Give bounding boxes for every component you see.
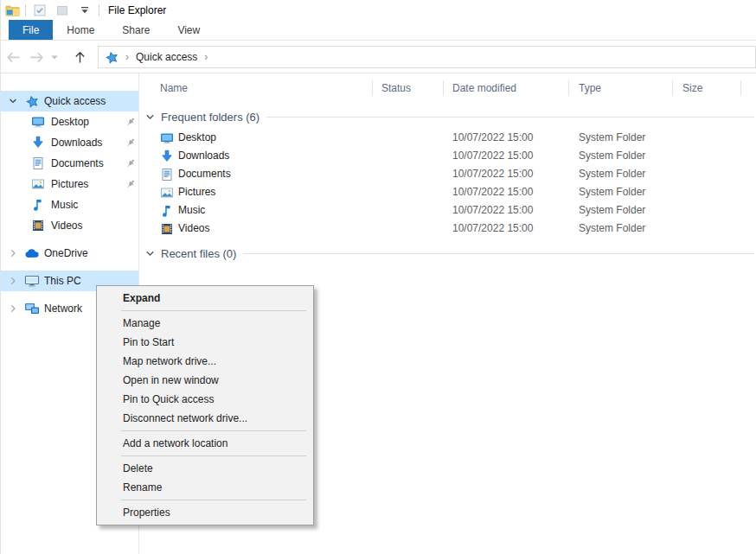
menu-separator xyxy=(121,455,306,456)
sidebar-item-label: Documents xyxy=(51,157,104,169)
menu-item-rename[interactable]: Rename xyxy=(97,478,313,497)
file-name: Music xyxy=(178,201,205,220)
breadcrumb-item[interactable]: Quick access xyxy=(136,51,197,63)
sidebar-item-label: Quick access xyxy=(44,95,106,107)
this-pc-icon xyxy=(24,274,40,288)
file-type: System Folder xyxy=(569,129,673,147)
column-header-name[interactable]: Name xyxy=(140,80,373,96)
tab-file[interactable]: File xyxy=(9,20,53,40)
group-collapse-chevron-icon[interactable] xyxy=(145,249,155,258)
sidebar-item-pictures[interactable]: Pictures xyxy=(1,174,138,194)
tab-view[interactable]: View xyxy=(163,20,214,40)
column-headers: NameStatusDate modifiedTypeSize xyxy=(140,75,756,101)
file-date-modified: 10/07/2022 15:00 xyxy=(444,183,569,201)
file-row-videos[interactable]: Videos10/07/2022 15:00System Folder xyxy=(140,220,756,238)
tab-share[interactable]: Share xyxy=(108,20,163,40)
videos-icon xyxy=(160,222,174,236)
chevron-right-icon[interactable] xyxy=(8,277,18,285)
onedrive-icon xyxy=(24,248,40,258)
file-row-music[interactable]: Music10/07/2022 15:00System Folder xyxy=(140,201,756,220)
pictures-icon xyxy=(30,177,46,191)
recent-locations-dropdown-icon[interactable] xyxy=(48,55,61,60)
file-type: System Folder xyxy=(569,165,673,183)
context-menu: ExpandManagePin to StartMap network driv… xyxy=(96,285,314,525)
address-bar[interactable]: › Quick access › xyxy=(98,46,756,68)
back-button[interactable] xyxy=(1,52,25,63)
menu-item-delete[interactable]: Delete xyxy=(97,459,313,478)
file-status xyxy=(373,183,444,201)
sidebar-item-label: Pictures xyxy=(51,178,88,190)
desktop-icon xyxy=(160,131,174,145)
desktop-icon xyxy=(30,115,46,129)
file-date-modified: 10/07/2022 15:00 xyxy=(444,220,569,238)
window-title: File Explorer xyxy=(108,4,166,16)
file-row-pictures[interactable]: Pictures10/07/2022 15:00System Folder xyxy=(140,183,756,201)
downloads-icon xyxy=(160,150,174,163)
group-collapse-chevron-icon[interactable] xyxy=(145,112,155,122)
column-header-size[interactable]: Size xyxy=(673,80,741,96)
file-name: Videos xyxy=(178,220,209,238)
up-button[interactable] xyxy=(67,51,93,64)
group-header-frequent-folders[interactable]: Frequent folders (6) xyxy=(145,108,756,125)
explorer-folder-icon xyxy=(5,4,20,16)
titlebar-separator xyxy=(25,4,26,16)
menu-item-pin-to-quick-access[interactable]: Pin to Quick access xyxy=(97,390,313,409)
properties-check-icon[interactable] xyxy=(31,3,48,18)
videos-icon xyxy=(30,219,46,232)
sidebar-item-documents[interactable]: Documents xyxy=(1,153,138,174)
tab-home[interactable]: Home xyxy=(53,20,108,40)
quick-access-star-icon xyxy=(106,51,119,64)
pin-icon[interactable] xyxy=(125,158,136,169)
title-bar: File Explorer xyxy=(1,0,756,20)
sidebar-item-label: This PC xyxy=(44,275,81,287)
file-row-desktop[interactable]: Desktop10/07/2022 15:00System Folder xyxy=(140,129,756,147)
file-type: System Folder xyxy=(569,147,673,165)
chevron-right-icon[interactable] xyxy=(8,304,18,313)
column-header-status[interactable]: Status xyxy=(373,80,444,96)
sidebar-item-quick-access[interactable]: Quick access xyxy=(1,91,138,111)
group-header-rule xyxy=(243,253,754,254)
file-size xyxy=(673,129,741,147)
file-size xyxy=(673,183,741,201)
pin-icon[interactable] xyxy=(125,137,136,148)
file-size xyxy=(673,220,741,238)
file-name-cell: Videos xyxy=(140,220,373,238)
sidebar-item-music[interactable]: Music xyxy=(1,194,138,215)
ribbon-tabs: FileHomeShareView xyxy=(1,20,756,41)
documents-icon xyxy=(30,156,46,170)
column-header-type[interactable]: Type xyxy=(569,80,673,96)
menu-item-disconnect-network-drive[interactable]: Disconnect network drive... xyxy=(97,409,313,428)
menu-item-pin-to-start[interactable]: Pin to Start xyxy=(97,333,313,352)
menu-item-properties[interactable]: Properties xyxy=(97,503,313,522)
documents-icon xyxy=(160,168,174,181)
sidebar-item-downloads[interactable]: Downloads xyxy=(1,132,138,153)
column-header-date-modified[interactable]: Date modified xyxy=(444,80,569,96)
new-folder-icon[interactable] xyxy=(54,3,71,18)
chevron-down-icon[interactable] xyxy=(8,97,18,105)
file-size xyxy=(673,201,741,220)
sidebar-item-desktop[interactable]: Desktop xyxy=(1,111,138,132)
file-type: System Folder xyxy=(569,183,673,201)
file-row-documents[interactable]: Documents10/07/2022 15:00System Folder xyxy=(140,165,756,183)
file-name: Pictures xyxy=(178,183,215,201)
menu-separator xyxy=(121,500,306,500)
menu-separator xyxy=(121,310,306,311)
pin-icon[interactable] xyxy=(125,179,136,189)
navigation-bar: › Quick access › xyxy=(1,41,756,73)
chevron-right-icon[interactable] xyxy=(8,249,18,258)
sidebar-item-videos[interactable]: Videos xyxy=(1,215,138,236)
menu-item-add-a-network-location[interactable]: Add a network location xyxy=(97,434,313,453)
group-header-rule xyxy=(266,117,754,118)
menu-item-manage[interactable]: Manage xyxy=(97,314,313,333)
pin-icon[interactable] xyxy=(125,117,136,127)
menu-item-expand[interactable]: Expand xyxy=(97,289,313,308)
qat-dropdown-icon[interactable] xyxy=(76,3,93,18)
file-row-downloads[interactable]: Downloads10/07/2022 15:00System Folder xyxy=(140,147,756,165)
group-header-recent-files[interactable]: Recent files (0) xyxy=(145,245,756,262)
pictures-icon xyxy=(160,186,174,200)
sidebar-item-onedrive[interactable]: OneDrive xyxy=(1,243,138,264)
menu-item-map-network-drive[interactable]: Map network drive... xyxy=(97,352,313,371)
forward-button[interactable] xyxy=(25,52,48,63)
file-type: System Folder xyxy=(569,220,673,238)
menu-item-open-in-new-window[interactable]: Open in new window xyxy=(97,371,313,390)
